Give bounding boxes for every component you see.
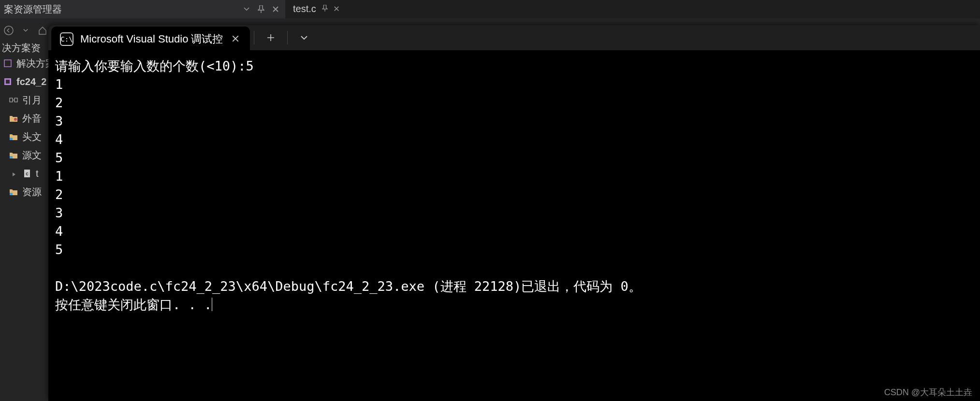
vs-background: 案资源管理器 test.c [0,0,980,401]
editor-tab-bar: test.c [285,0,980,18]
tree-label: 头文 [22,130,42,143]
divider [254,31,254,44]
terminal-line: 5 [55,242,63,257]
terminal-app-icon: C:\ [60,32,73,46]
terminal-line: 2 [55,187,63,202]
editor-tab-test-c[interactable]: test.c [285,0,347,18]
tree-project-row[interactable]: fc24_2 [0,72,48,91]
terminal-line: 4 [55,132,63,147]
tree-item-resources[interactable]: 资源 [0,183,48,201]
svg-rect-1 [4,60,11,67]
terminal-line: 1 [55,169,63,184]
tree-item-external[interactable]: 外音 [0,109,48,128]
tree-label: 资源 [22,186,42,199]
svg-point-7 [14,118,17,121]
svg-rect-8 [10,138,13,140]
terminal-line: 1 [55,77,63,92]
terminal-line: D:\2023code.c\fc24_2_23\x64\Debug\fc24_2… [55,279,642,294]
external-icon [8,114,19,123]
svg-point-0 [4,26,13,35]
svg-rect-12 [10,193,13,195]
c-file-icon: c [21,169,33,178]
terminal-line: 5 [55,150,63,165]
close-icon[interactable] [271,4,280,14]
solution-explorer-header: 案资源管理器 [0,0,285,18]
terminal-tab-title: Microsoft Visual Studio 调试控 [80,32,223,46]
home-icon[interactable] [37,24,48,37]
folder-icon [8,187,19,197]
dropdown-icon[interactable] [242,4,251,14]
solution-explorer-tree: 解决方案 " fc24_2 引月 外音 头文 [0,54,48,201]
dropdown-icon[interactable] [20,24,31,37]
dropdown-button[interactable] [292,25,317,50]
folder-icon [8,132,19,142]
tree-label: 源文 [22,149,42,162]
tree-label: t [36,168,39,179]
close-icon[interactable] [230,34,241,45]
svg-text:c: c [26,171,29,176]
explorer-heading: 决方案资 [0,42,48,55]
references-icon [8,95,19,105]
watermark: CSDN @大耳朵土土垚 [884,387,972,398]
cursor [212,298,212,311]
solution-icon [2,58,14,68]
terminal-line: 4 [55,224,63,239]
tree-item-references[interactable]: 引月 [0,91,48,109]
tree-item-headers[interactable]: 头文 [0,128,48,146]
project-icon [2,77,14,86]
terminal-line: 3 [55,114,63,129]
terminal-line: 2 [55,95,63,110]
pin-icon[interactable] [322,5,328,13]
svg-rect-3 [6,80,10,84]
tree-item-file[interactable]: c t [0,164,48,183]
tree-label: 引月 [22,94,42,107]
new-tab-button[interactable] [258,25,283,50]
editor-tab-label: test.c [293,3,316,14]
terminal-controls [250,25,317,50]
panel-title: 案资源管理器 [4,3,242,16]
svg-rect-9 [10,156,13,158]
pin-icon[interactable] [256,4,266,14]
folder-icon [8,150,19,160]
terminal-tab-active[interactable]: C:\ Microsoft Visual Studio 调试控 [51,27,250,52]
tree-label: 外音 [22,112,42,125]
tree-label: fc24_2 [16,76,46,87]
terminal-content[interactable]: 请输入你要输入数的个数(<10):5 1 2 3 4 5 1 2 3 4 5 D… [48,50,980,321]
tree-label: 解决方案 " [16,57,48,70]
svg-rect-5 [15,98,17,102]
svg-rect-4 [10,98,13,102]
terminal-tab-bar: C:\ Microsoft Visual Studio 调试控 [48,25,980,50]
terminal-line: 按任意键关闭此窗口. . . [55,297,212,312]
divider [287,31,288,44]
close-icon[interactable] [334,5,339,14]
terminal-window: C:\ Microsoft Visual Studio 调试控 请输入你要输入数… [48,25,980,401]
tree-item-source[interactable]: 源文 [0,146,48,164]
terminal-line: 3 [55,205,63,220]
terminal-line: 请输入你要输入数的个数(<10):5 [55,58,254,73]
expand-icon[interactable] [12,168,18,179]
explorer-toolbar [0,18,48,43]
back-icon[interactable] [3,24,14,37]
tree-solution-row[interactable]: 解决方案 " [0,54,48,72]
